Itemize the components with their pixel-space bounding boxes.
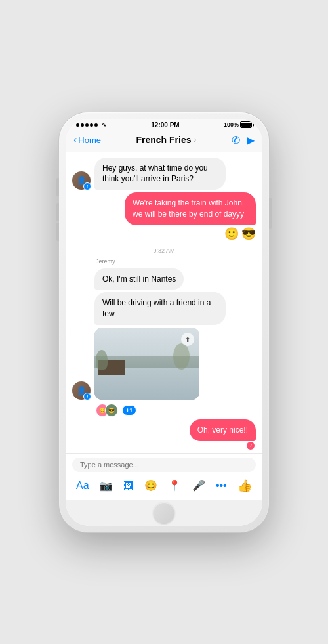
toolbar-icons: Aa 📷 🖼 😊 📍 🎤 ••• 👍 [72,476,256,496]
sticker-icon-2: 😎 [241,226,256,241]
outgoing-bubble: Oh, very nice!! [190,419,256,441]
phone-frame: ∿ 12:00 PM 100% ‹ Home French Fries › ✆ [59,112,269,532]
photo-library-icon[interactable]: 🖼 [122,479,135,493]
signal-dot-3 [85,123,89,127]
back-chevron-icon: ‹ [73,135,77,145]
title-chevron-icon: › [194,135,197,144]
outgoing-wrap-2: Oh, very nice!! ✓ [72,419,256,450]
nav-bar: ‹ Home French Fries › ✆ ▶ [66,130,262,152]
back-button[interactable]: ‹ Home [73,135,101,145]
status-bar: ∿ 12:00 PM 100% [66,119,262,130]
share-icon[interactable]: ⬆ [181,333,194,346]
signal-indicator: ∿ [76,121,107,128]
text-format-icon[interactable]: Aa [75,479,91,493]
messenger-badge: f [83,182,91,190]
nav-actions: ✆ ▶ [232,134,255,146]
message-text: Ok, I'm still in Nantes [102,274,176,284]
incoming-bubble: Ok, I'm still in Nantes [94,268,184,290]
reaction-count: +1 [126,407,133,414]
message-row: Will be driving with a friend in a few [94,292,256,325]
home-button[interactable] [154,502,174,523]
outgoing-wrap: We're taking the train with John, we wil… [72,192,256,241]
incoming-bubble: Will be driving with a friend in a few [94,292,226,325]
messenger-badge: f [83,393,91,400]
tree-left [96,350,108,370]
message-text: We're taking the train with John, we wil… [133,198,244,219]
phone-screen: ∿ 12:00 PM 100% ‹ Home French Fries › ✆ [66,119,262,526]
clock-time: 12:00 PM [151,121,179,129]
emoji-icon[interactable]: 😊 [143,478,159,493]
back-label: Home [78,135,101,145]
battery-indicator: 100% [224,121,252,128]
battery-icon [240,121,252,128]
message-input-row [72,458,256,472]
wifi-icon: ∿ [102,121,107,128]
sticker-row: 🙂 😎 [224,226,256,241]
nav-title-group[interactable]: French Fries › [136,135,196,145]
avatar-container: 👤 f [72,381,91,400]
camera-icon[interactable]: 📷 [98,478,114,493]
message-text: Hey guys, at what time do you think you'… [102,163,208,184]
message-row: 👤 f Hey guys, at what time do you think … [72,158,256,190]
reactor-image-2: 😎 [106,404,117,416]
receipt-avatar: ✓ [247,442,255,450]
thumbs-up-icon[interactable]: 👍 [236,477,253,494]
reaction-row: 😊 😎 +1 [96,404,256,417]
message-row: Ok, I'm still in Nantes [94,268,256,290]
sticker-icon-1: 🙂 [224,226,239,241]
microphone-icon[interactable]: 🎤 [191,478,207,493]
reaction-count-badge[interactable]: +1 [122,405,136,416]
message-row: We're taking the train with John, we wil… [125,192,256,225]
message-text: Will be driving with a friend in a few [102,298,211,318]
video-call-icon[interactable]: ▶ [247,134,255,146]
read-receipt: ✓ [247,442,256,450]
outgoing-bubble: We're taking the train with John, we wil… [125,192,256,225]
chat-title: French Fries [136,135,191,145]
signal-dot-1 [76,123,79,127]
reaction-avatars: 😊 😎 [96,404,118,417]
phone-call-icon[interactable]: ✆ [232,134,240,146]
photo-bubble[interactable]: ⬆ [94,328,199,400]
sender-name: Jeremy [96,258,256,265]
tree-right [173,343,190,370]
input-bar: Aa 📷 🖼 😊 📍 🎤 ••• 👍 [66,453,262,500]
reactor-avatar-2: 😎 [105,404,118,417]
signal-dot-2 [81,123,84,127]
message-row: Oh, very nice!! [190,419,256,441]
location-icon[interactable]: 📍 [167,478,182,493]
avatar-container: 👤 f [72,171,91,190]
home-button-area [66,500,262,526]
incoming-bubble: Hey guys, at what time do you think you'… [94,158,226,190]
more-icon[interactable]: ••• [215,479,228,493]
timestamp: 9:32 AM [72,247,256,254]
signal-dot-5 [94,123,98,127]
battery-fill [241,123,251,127]
photo-message-group: 👤 f [72,328,256,417]
chat-area: 👤 f Hey guys, at what time do you think … [66,152,262,453]
battery-percentage: 100% [224,121,239,128]
message-text: Oh, very nice!! [197,425,248,435]
photo-message-row: 👤 f [72,328,256,400]
signal-dot-4 [90,123,93,127]
message-input[interactable] [80,461,248,469]
